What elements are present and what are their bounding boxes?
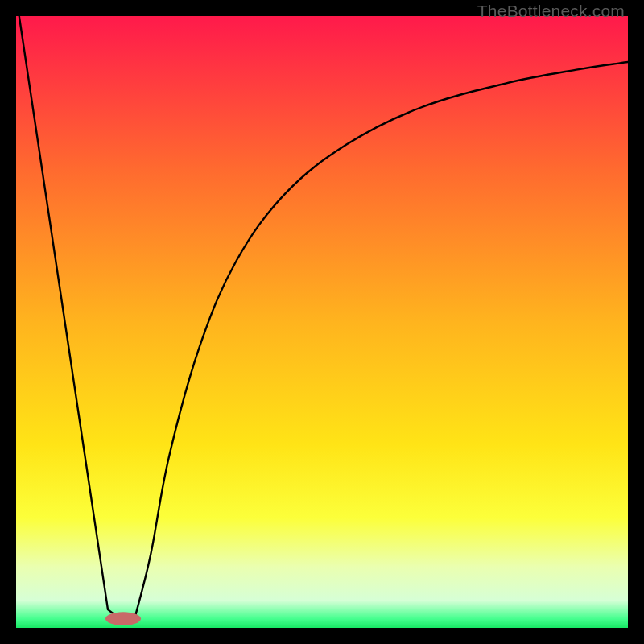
chart-svg xyxy=(16,16,628,628)
watermark-label: TheBottleneck.com xyxy=(477,2,625,21)
chart-frame xyxy=(16,16,628,628)
valley-marker xyxy=(105,612,141,625)
marker-layer xyxy=(105,612,141,625)
gradient-background xyxy=(16,16,628,628)
